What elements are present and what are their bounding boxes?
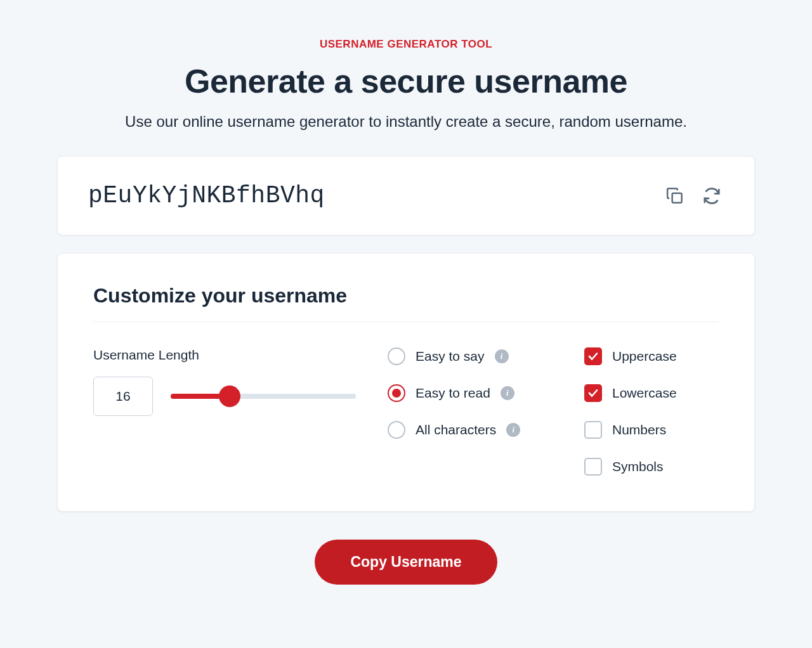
info-icon[interactable]: i	[501, 386, 514, 400]
length-label: Username Length	[93, 347, 356, 363]
customize-card: Customize your username Username Length …	[57, 253, 755, 512]
checkbox-icon	[584, 458, 602, 476]
length-column: Username Length	[93, 347, 356, 476]
info-icon[interactable]: i	[506, 423, 520, 437]
controls-row: Username Length Easy to say i Easy to re…	[93, 347, 719, 476]
output-card: pEuYkYjNKBfhBVhq	[57, 156, 755, 235]
check-label: Symbols	[612, 459, 664, 474]
check-label: Lowercase	[612, 386, 677, 401]
copy-icon	[665, 186, 684, 205]
copy-username-button[interactable]: Copy Username	[315, 540, 497, 585]
radio-icon	[388, 421, 405, 439]
page-subtitle: Use our online username generator to ins…	[57, 113, 755, 131]
length-slider[interactable]	[171, 389, 356, 404]
check-label: Uppercase	[612, 349, 677, 364]
check-lowercase[interactable]: Lowercase	[584, 384, 719, 402]
regenerate-button[interactable]	[700, 184, 724, 208]
page-header: USERNAME GENERATOR TOOL Generate a secur…	[57, 38, 755, 131]
check-uppercase[interactable]: Uppercase	[584, 347, 719, 365]
customize-title: Customize your username	[93, 284, 719, 322]
length-input[interactable]	[93, 377, 153, 416]
radio-label: Easy to read	[416, 386, 490, 401]
svg-rect-0	[672, 193, 682, 202]
checkmark-icon	[587, 387, 599, 399]
check-label: Numbers	[612, 422, 666, 437]
character-set-radios: Easy to say i Easy to read i All charact…	[388, 347, 553, 476]
generated-username: pEuYkYjNKBfhBVhq	[88, 182, 650, 209]
radio-all-characters[interactable]: All characters i	[388, 421, 553, 439]
checkmark-icon	[587, 351, 599, 362]
refresh-icon	[702, 186, 721, 205]
check-symbols[interactable]: Symbols	[584, 458, 719, 476]
radio-easy-to-read[interactable]: Easy to read i	[388, 384, 553, 402]
length-controls	[93, 377, 356, 416]
copy-icon-button[interactable]	[663, 184, 687, 208]
check-numbers[interactable]: Numbers	[584, 421, 719, 439]
checkbox-icon	[584, 347, 602, 365]
checkbox-icon	[584, 384, 602, 402]
radio-icon	[388, 347, 405, 365]
slider-thumb[interactable]	[219, 386, 240, 407]
radio-label: Easy to say	[416, 349, 485, 364]
eyebrow-label: USERNAME GENERATOR TOOL	[57, 38, 755, 51]
page-title: Generate a secure username	[57, 62, 755, 100]
radio-icon	[388, 384, 405, 402]
cta-section: Copy Username	[57, 540, 755, 585]
info-icon[interactable]: i	[495, 349, 509, 363]
character-type-checks: Uppercase Lowercase Numbers Symbols	[584, 347, 719, 476]
checkbox-icon	[584, 421, 602, 439]
radio-label: All characters	[416, 422, 496, 437]
radio-easy-to-say[interactable]: Easy to say i	[388, 347, 553, 365]
